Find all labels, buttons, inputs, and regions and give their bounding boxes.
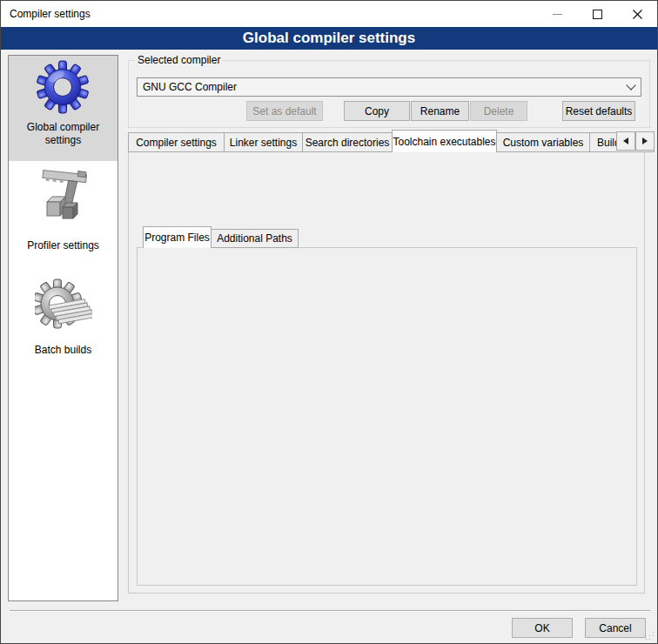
set-as-default-button[interactable]: Set as default [246, 101, 323, 121]
chevron-down-icon [626, 80, 635, 90]
footer-divider [10, 610, 650, 612]
close-icon [633, 10, 642, 19]
caliper-icon [37, 169, 91, 228]
selected-compiler-value: GNU GCC Compiler [143, 81, 237, 93]
tab-scroll-right-button[interactable] [635, 131, 655, 151]
titlebar: Compiler settings [1, 1, 657, 27]
sidebar-item-global-compiler-settings[interactable] [35, 59, 91, 117]
blue-gear-icon [35, 59, 91, 115]
arrow-left-icon [623, 138, 628, 144]
minimize-icon [553, 14, 562, 15]
gray-gear-stack-icon [35, 278, 92, 335]
close-button[interactable] [617, 1, 657, 27]
maximize-icon [593, 10, 602, 19]
sidebar-label-batch-builds[interactable]: Batch builds [11, 344, 115, 357]
subtab-program-files[interactable]: Program Files [143, 226, 212, 248]
sidebar-label-profiler-settings[interactable]: Profiler settings [11, 239, 115, 252]
tab-toolchain-executables[interactable]: Toolchain executables [392, 130, 497, 152]
resize-grip[interactable] [652, 638, 655, 641]
minimize-button[interactable] [537, 1, 577, 27]
tab-custom-variables[interactable]: Custom variables [496, 132, 590, 152]
maximize-button[interactable] [577, 1, 617, 27]
subtab-additional-paths[interactable]: Additional Paths [211, 229, 299, 248]
reset-defaults-button[interactable]: Reset defaults [562, 101, 635, 121]
tab-scroll-left-button[interactable] [616, 131, 635, 151]
selected-compiler-group-label: Selected compiler [135, 54, 223, 66]
cancel-button[interactable]: Cancel [585, 618, 646, 638]
window-title: Compiler settings [10, 1, 91, 27]
delete-button[interactable]: Delete [470, 101, 527, 121]
program-files-panel [137, 247, 637, 586]
sidebar-item-profiler-settings[interactable] [37, 169, 91, 231]
sidebar-label-global-compiler-settings[interactable]: Global compiler settings [11, 121, 115, 147]
copy-button[interactable]: Copy [344, 101, 410, 121]
dialog-banner: Global compiler settings [1, 27, 657, 50]
ok-button[interactable]: OK [512, 618, 573, 638]
arrow-right-icon [642, 138, 648, 144]
sidebar-item-batch-builds[interactable] [35, 278, 92, 338]
tab-linker-settings[interactable]: Linker settings [224, 132, 303, 152]
tab-search-directories[interactable]: Search directories [302, 132, 393, 152]
rename-button[interactable]: Rename [411, 101, 469, 121]
tab-compiler-settings[interactable]: Compiler settings [128, 132, 225, 152]
compiler-settings-dialog: Compiler settings Global compiler settin… [0, 0, 658, 644]
selected-compiler-combobox[interactable]: GNU GCC Compiler [137, 77, 641, 97]
